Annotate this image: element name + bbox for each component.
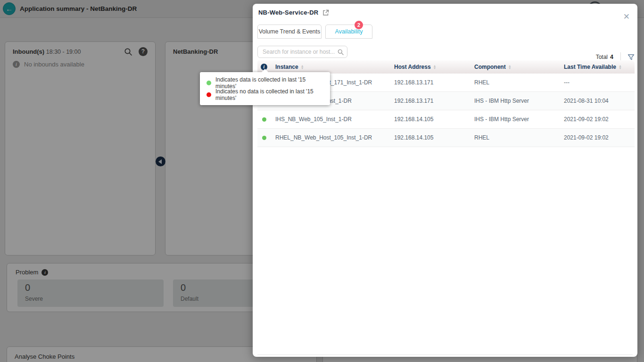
tooltip-line-text: Indicates no data is collected in last '…: [215, 88, 323, 101]
host-cell: 192.168.13.171: [389, 98, 470, 104]
column-last-time-available[interactable]: Last Time Available ▲▼: [559, 64, 635, 70]
column-component[interactable]: Component ▲▼: [470, 64, 559, 70]
status-dot: [262, 136, 266, 140]
table-row[interactable]: IHS_NB_Web_105_Inst_1-DR 192.168.14.105 …: [257, 110, 635, 129]
tab-volume-trend-events[interactable]: Volume Trend & Events: [257, 25, 322, 39]
status-dot: [262, 117, 266, 122]
modal-title: NB-Web-Service-DR: [258, 9, 318, 16]
service-detail-modal: NB-Web-Service-DR ✕ Volume Trend & Event…: [253, 4, 637, 357]
last-time-cell: 2021-09-02 19:02: [559, 116, 635, 123]
status-legend-tooltip: Indicates data is collected in last '15 …: [200, 72, 330, 105]
close-icon[interactable]: ✕: [623, 13, 630, 21]
sort-icon[interactable]: ▲▼: [433, 65, 437, 70]
search-input[interactable]: [258, 46, 347, 58]
component-cell: IHS - IBM Http Server: [470, 98, 559, 104]
instance-cell: RHEL_NB_Web_Host_105_Inst_1-DR: [271, 134, 389, 141]
search-icon[interactable]: [338, 49, 344, 55]
host-cell: 192.168.14.105: [389, 134, 470, 141]
funnel-icon[interactable]: [627, 54, 635, 61]
sort-icon[interactable]: ▲▼: [619, 65, 622, 70]
component-cell: RHEL: [470, 79, 559, 86]
green-dot-icon: [206, 81, 211, 85]
instance-search: [257, 46, 347, 58]
sort-icon[interactable]: ▲▼: [508, 65, 512, 70]
availability-badge: 2: [355, 21, 363, 29]
host-cell: 192.168.14.105: [389, 116, 470, 123]
tooltip-line-text: Indicates data is collected in last '15 …: [215, 76, 323, 90]
sort-icon[interactable]: ▲▼: [301, 65, 304, 70]
last-time-cell: 2021-08-31 10:04: [559, 98, 635, 104]
total-count: 4: [610, 54, 613, 60]
component-cell: IHS - IBM Http Server: [470, 116, 559, 123]
column-instance[interactable]: Instance ▲▼: [271, 64, 389, 70]
last-time-cell: ---: [559, 79, 635, 86]
table-header: i Instance ▲▼ Host Address ▲▼ Component …: [257, 60, 635, 74]
column-host-address[interactable]: Host Address ▲▼: [389, 64, 470, 70]
table-row[interactable]: RHEL_NB_Web_Host_105_Inst_1-DR 192.168.1…: [257, 129, 635, 147]
instance-cell: IHS_NB_Web_105_Inst_1-DR: [271, 116, 389, 123]
total-label: Total: [596, 54, 608, 60]
divider: [257, 354, 633, 355]
host-cell: 192.168.13.171: [389, 79, 470, 86]
modal-tabs: Volume Trend & Events Availability 2: [257, 25, 372, 39]
last-time-cell: 2021-09-02 19:02: [559, 134, 635, 141]
external-link-icon[interactable]: [322, 9, 329, 16]
component-cell: RHEL: [470, 134, 559, 141]
tab-availability[interactable]: Availability 2: [325, 25, 372, 39]
red-dot-icon: [206, 92, 211, 97]
